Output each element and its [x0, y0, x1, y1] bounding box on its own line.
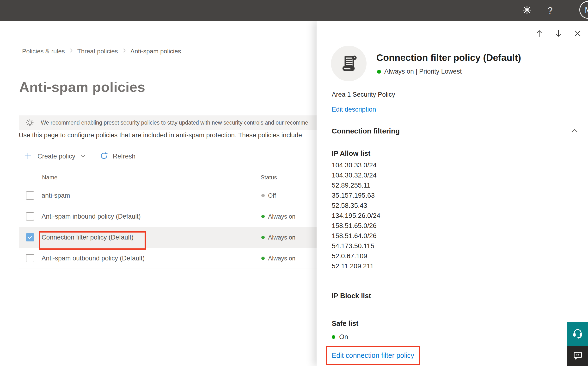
flyout-divider: [332, 120, 578, 120]
policy-status: Always on: [261, 213, 295, 220]
column-header-status[interactable]: Status: [261, 174, 277, 181]
status-dot-on: [332, 335, 335, 339]
row-checkbox[interactable]: [26, 254, 34, 262]
ip-allow-list: 104.30.33.0/24 104.30.32.0/24 52.89.255.…: [332, 160, 380, 271]
toolbar: Create policy Refresh: [19, 150, 135, 163]
safe-list-status-label: On: [339, 333, 348, 341]
row-checkbox[interactable]: [26, 191, 34, 200]
app-top-bar: ?: [0, 0, 588, 21]
ip-entry: 54.173.50.115: [332, 241, 380, 251]
chevron-down-icon[interactable]: [80, 154, 86, 160]
policy-details-flyout: Connection filter policy (Default) Alway…: [316, 21, 588, 366]
flyout-title: Connection filter policy (Default): [376, 53, 521, 63]
page-title: Anti-spam policies: [19, 79, 145, 95]
flyout-status-text: Always on | Priority Lowest: [384, 68, 462, 75]
refresh-label: Refresh: [113, 153, 136, 160]
flyout-description: Area 1 Security Policy: [332, 91, 395, 98]
flyout-nav: [534, 28, 583, 38]
row-checkbox-checked[interactable]: [26, 233, 34, 241]
flyout-status-line: Always on | Priority Lowest: [377, 68, 462, 75]
ip-entry: 52.11.209.211: [332, 261, 380, 271]
headset-icon: [572, 328, 583, 340]
ip-entry: 52.58.35.43: [332, 201, 380, 211]
support-button[interactable]: [567, 322, 588, 346]
section-title: Connection filtering: [332, 127, 400, 135]
status-label: Always on: [268, 213, 295, 220]
breadcrumb-anti-spam-policies[interactable]: Anti-spam policies: [130, 48, 181, 55]
breadcrumb: Policies & rules Threat policies Anti-sp…: [22, 48, 181, 55]
row-checkbox[interactable]: [26, 212, 34, 221]
breadcrumb-threat-policies[interactable]: Threat policies: [77, 48, 118, 55]
safe-list-status: On: [332, 333, 348, 341]
policy-name[interactable]: Connection filter policy (Default): [42, 234, 133, 241]
policy-name[interactable]: Anti-spam inbound policy (Default): [42, 213, 141, 220]
create-policy-button[interactable]: Create policy: [19, 152, 86, 161]
chevron-right-icon: [69, 48, 74, 55]
refresh-icon: [100, 152, 108, 161]
breadcrumb-policies-rules[interactable]: Policies & rules: [22, 48, 65, 55]
ip-entry: 104.30.32.0/24: [332, 170, 380, 180]
chevron-right-icon: [122, 48, 127, 55]
connection-filtering-section-header[interactable]: Connection filtering: [332, 127, 578, 135]
gear-icon: [522, 5, 532, 16]
status-label: Always on: [268, 234, 295, 241]
avatar-initial: M: [585, 5, 588, 15]
edit-description-link[interactable]: Edit description: [332, 106, 376, 113]
lightbulb-icon: [25, 118, 35, 127]
recommendation-banner-text: We recommend enabling preset security po…: [41, 120, 308, 126]
policy-name[interactable]: anti-spam: [42, 192, 70, 199]
policy-status: Always on: [261, 234, 295, 241]
status-dot-on: [261, 257, 265, 260]
ip-entry: 158.51.64.0/26: [332, 231, 380, 241]
arrow-down-icon: [554, 29, 563, 38]
close-icon: [573, 29, 582, 38]
help-button[interactable]: ?: [538, 0, 562, 21]
status-label: Always on: [268, 255, 295, 262]
policy-status: Off: [261, 192, 276, 199]
edit-connection-filter-policy-link[interactable]: Edit connection filter policy: [332, 351, 414, 359]
close-flyout-button[interactable]: [573, 28, 583, 38]
policy-name[interactable]: Anti-spam outbound policy (Default): [42, 255, 145, 262]
help-icon: ?: [547, 6, 552, 16]
ip-entry: 52.0.67.109: [332, 251, 380, 261]
policy-status: Always on: [261, 255, 295, 262]
policy-icon-circle: [331, 46, 367, 81]
arrow-up-icon: [535, 29, 544, 38]
previous-item-button[interactable]: [534, 28, 544, 38]
feedback-chat-icon: [572, 350, 583, 362]
ip-entry: 35.157.195.63: [332, 191, 380, 201]
status-dot-on: [377, 70, 381, 74]
safe-list-heading: Safe list: [332, 320, 358, 328]
ip-entry: 158.51.65.0/26: [332, 221, 380, 231]
settings-button[interactable]: [515, 0, 538, 21]
create-policy-label: Create policy: [37, 153, 75, 160]
status-dot-on: [261, 236, 265, 239]
status-dot-off: [261, 194, 265, 197]
status-label: Off: [268, 192, 276, 199]
chevron-up-icon[interactable]: [571, 128, 578, 134]
ip-allow-list-heading: IP Allow list: [332, 150, 370, 158]
next-item-button[interactable]: [553, 28, 564, 38]
ip-entry: 134.195.26.0/24: [332, 211, 380, 221]
ip-entry: 104.30.33.0/24: [332, 160, 380, 170]
plus-icon: [24, 152, 32, 161]
refresh-button[interactable]: Refresh: [86, 152, 136, 161]
feedback-button[interactable]: [567, 346, 588, 366]
scroll-policy-icon: [339, 53, 359, 74]
column-header-name[interactable]: Name: [42, 174, 57, 181]
status-dot-on: [261, 215, 265, 218]
ip-block-list-heading: IP Block list: [332, 292, 371, 300]
ip-entry: 52.89.255.11: [332, 180, 380, 191]
